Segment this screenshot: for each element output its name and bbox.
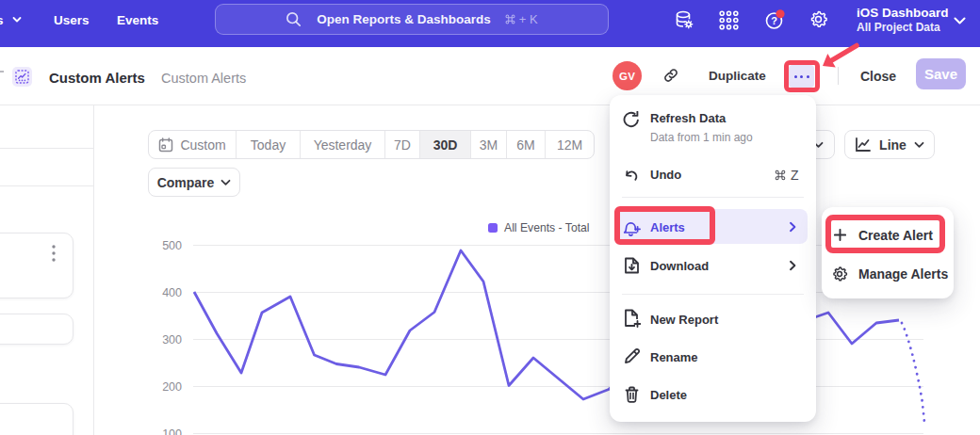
svg-text:200: 200 — [162, 380, 182, 394]
svg-text:500: 500 — [162, 239, 182, 252]
svg-text:?: ? — [771, 15, 777, 26]
svg-text:300: 300 — [162, 333, 182, 346]
svg-text:100: 100 — [162, 427, 182, 435]
svg-text:400: 400 — [162, 286, 182, 299]
